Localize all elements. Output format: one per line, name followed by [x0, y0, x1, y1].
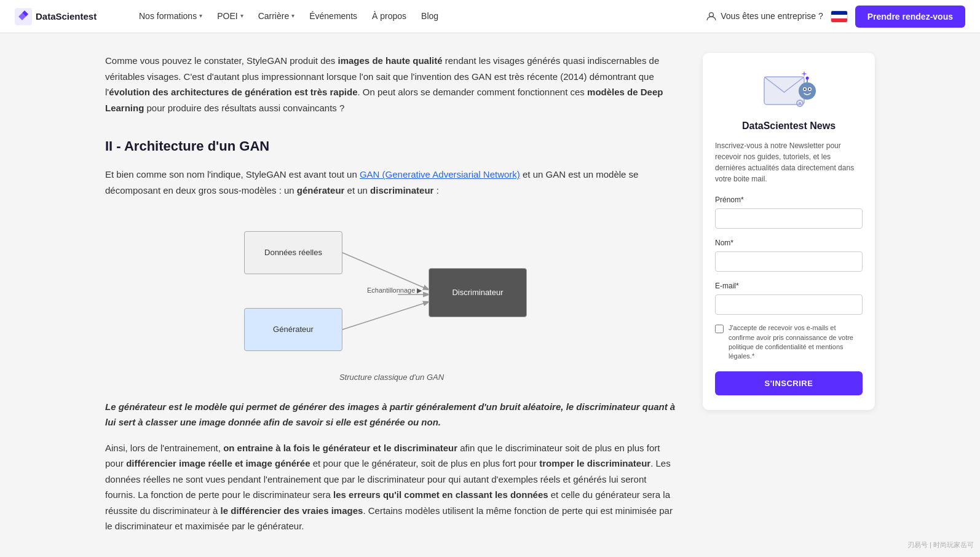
consent-checkbox[interactable] [715, 325, 724, 333]
intro-bold2: évolution des architectures de génératio… [109, 87, 357, 97]
nav-blog[interactable]: Blog [415, 6, 445, 26]
box-discriminateur: Discriminateur [429, 268, 527, 317]
intro-paragraph: Comme vous pouvez le constater, StyleGAN… [105, 53, 678, 116]
page-wrapper: Comme vous pouvez le constater, StyleGAN… [90, 33, 890, 557]
bold-on-entraine: on entraine à la fois le générateur et l… [223, 443, 457, 453]
prenom-input[interactable] [715, 208, 863, 229]
newsletter-card: DataScientest News Inscrivez-vous à notr… [703, 53, 875, 410]
bold-tromper: tromper le discriminateur [539, 458, 650, 468]
navbar: DataScientest Nos formations ▾ POEI ▾ Ca… [0, 0, 980, 33]
cta-rendez-vous-button[interactable]: Prendre rendez-vous [855, 6, 965, 28]
bold-erreurs: les erreurs qu'il commet en classant les… [333, 489, 548, 500]
svg-point-12 [806, 77, 809, 80]
diagram-container: Données réelles Générateur Discriminateu… [105, 213, 678, 384]
intro-bold1: images de haute qualité [338, 55, 443, 66]
svg-line-2 [342, 253, 429, 290]
section-title: II - Architecture d'un GAN [105, 135, 678, 157]
navbar-right: Vous êtes une entreprise ? Prendre rende… [706, 6, 965, 28]
chevron-down-icon: ▾ [291, 11, 294, 21]
svg-point-6 [799, 82, 816, 100]
blockquote-text: Le générateur est le modèle qui permet d… [105, 401, 675, 428]
diagram-caption: Structure classique d'un GAN [339, 371, 444, 384]
nom-label: Nom* [715, 237, 863, 249]
nom-group: Nom* [715, 237, 863, 272]
blockquote: Le générateur est le modèle qui permet d… [105, 399, 678, 430]
enterprise-icon [706, 10, 717, 22]
section-intro-paragraph: Et bien comme son nom l'indique, StyleGA… [105, 167, 678, 198]
chevron-down-icon: ▾ [240, 11, 243, 21]
flag-red-stripe [831, 18, 847, 22]
logo-icon [15, 8, 32, 25]
chevron-down-icon: ▾ [199, 11, 202, 21]
article-content: Comme vous pouvez le constater, StyleGAN… [105, 53, 678, 544]
svg-point-9 [804, 89, 806, 90]
bold-differencier: différencier image réelle et image génér… [126, 458, 310, 468]
sidebar: DataScientest News Inscrivez-vous à notr… [703, 53, 875, 410]
nav-evenements[interactable]: Événements [303, 6, 363, 26]
newsletter-icon-wrapper [715, 68, 863, 111]
body-paragraph: Ainsi, lors de l'entrainement, on entrai… [105, 440, 678, 534]
discriminateur-bold: discriminateur [370, 185, 433, 196]
consent-label: J'accepte de recevoir vos e-mails et con… [729, 323, 863, 361]
generateur-bold: générateur [297, 185, 345, 196]
svg-point-10 [809, 89, 811, 90]
subscribe-button[interactable]: S'INSCRIRE [715, 371, 863, 395]
nav-menu: Nos formations ▾ POEI ▾ Carrière ▾ Événe… [133, 6, 686, 26]
svg-line-3 [342, 302, 429, 330]
nom-input[interactable] [715, 251, 863, 272]
prenom-group: Prénom* [715, 194, 863, 229]
nav-poei[interactable]: POEI ▾ [211, 6, 249, 26]
box-donnees-reelles: Données réelles [244, 231, 342, 274]
email-input[interactable] [715, 294, 863, 315]
enterprise-button[interactable]: Vous êtes une entreprise ? [706, 9, 823, 23]
email-label: E-mail* [715, 280, 863, 292]
nav-nos-formations[interactable]: Nos formations ▾ [133, 6, 208, 26]
watermark: 刃易号 | 时尚玩家岳可 [907, 540, 974, 551]
language-flag[interactable] [831, 10, 848, 23]
newsletter-description: Inscrivez-vous à notre Newsletter pour r… [715, 140, 863, 184]
label-echantillonnage: Echantillonnage ▶ [367, 285, 422, 296]
logo[interactable]: DataScientest [15, 8, 113, 25]
bold-differencier-vraies: le différencier des vraies images [221, 505, 363, 516]
box-generateur: Générateur [244, 308, 342, 351]
checkbox-row: J'accepte de recevoir vos e-mails et con… [715, 323, 863, 361]
brand-name: DataScientest [36, 9, 97, 24]
nav-carriere[interactable]: Carrière ▾ [252, 6, 301, 26]
email-group: E-mail* [715, 280, 863, 315]
svg-point-14 [799, 102, 801, 105]
nav-apropos[interactable]: À propos [366, 6, 413, 26]
gan-diagram: Données réelles Générateur Discriminateu… [226, 213, 558, 366]
gan-link[interactable]: GAN (Generative Adversiarial Network) [360, 169, 520, 180]
newsletter-icon [761, 68, 816, 111]
prenom-label: Prénom* [715, 194, 863, 206]
newsletter-title: DataScientest News [715, 118, 863, 134]
